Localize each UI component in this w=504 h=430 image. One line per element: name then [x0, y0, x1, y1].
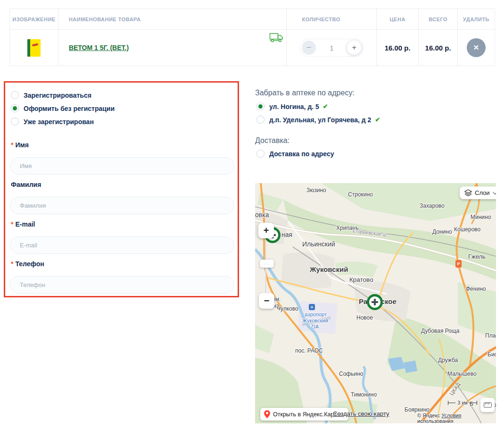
cart-table: ИЗОБРАЖЕНИЕ НАИМЕНОВАНИЕ ТОВАРА КОЛИЧЕСТ… [9, 8, 495, 66]
quantity-stepper: − 1 + [299, 39, 364, 57]
check-icon: ✔ [323, 103, 328, 110]
cart-header-row: ИЗОБРАЖЕНИЕ НАИМЕНОВАНИЕ ТОВАРА КОЛИЧЕСТ… [10, 9, 495, 30]
close-icon: ✕ [473, 43, 479, 52]
delivery-option-row: Доставка по адресу [256, 150, 334, 158]
product-name-cell: ВЕТОМ 1 5Г. (ВЕТ.) [58, 30, 287, 66]
layers-button[interactable]: Слои [460, 186, 496, 199]
pharmacy-marker-ramenskoye[interactable] [367, 294, 383, 310]
item-total: 16.00 р. [425, 44, 451, 52]
surname-input[interactable] [10, 197, 234, 214]
ruler-icon [484, 402, 492, 408]
quantity-value: 1 [330, 44, 333, 52]
zoom-out-button[interactable]: − [259, 293, 274, 309]
map-label: Кратово [349, 276, 373, 283]
total-cell: 16.00 р. [419, 30, 458, 66]
pickup-address-2-label[interactable]: д.п. Удельная, ул Горячева, д 2 [269, 116, 371, 124]
register-radio-label[interactable]: Зарегистрироваться [24, 92, 91, 99]
already-registered-radio[interactable] [11, 118, 19, 126]
name-input[interactable] [10, 157, 234, 175]
pickup-option-row: ул. Ногина, д. 5 ✔ [256, 102, 328, 110]
quantity-increase-button[interactable]: + [347, 41, 361, 55]
already-registered-option-row: Уже зарегистрирован [11, 118, 94, 126]
check-icon: ✔ [375, 116, 380, 123]
no-register-option-row: Оформить без регистрации [11, 104, 115, 112]
product-image-cell [10, 30, 58, 66]
scale-label: 3 км [455, 400, 470, 405]
map-label: Донино [432, 228, 452, 235]
required-asterisk: * [11, 260, 13, 268]
yandex-map[interactable]: Зюзино Строкино Захарово Минино овка Хри… [255, 183, 496, 423]
map-label: Тимонино [351, 391, 377, 398]
map-label: Гжель [468, 253, 486, 260]
remove-cell: ✕ [458, 30, 495, 66]
map-label: Софьино [339, 371, 363, 377]
map-pin-icon [264, 410, 270, 418]
customer-form-panel: Зарегистрироваться Оформить без регистра… [4, 81, 239, 297]
airport-icon: ✈ [309, 304, 315, 310]
email-input[interactable] [10, 236, 234, 254]
open-in-yandex-maps-label: Открыть в Яндекс.Картах [273, 411, 343, 418]
zoom-in-button[interactable]: + [258, 223, 274, 238]
map-label: овка [255, 211, 269, 219]
product-link[interactable]: ВЕТОМ 1 5Г. (ВЕТ.) [69, 44, 129, 51]
name-field-label: *Имя [11, 141, 29, 149]
cart-item-row: ВЕТОМ 1 5Г. (ВЕТ.) − 1 + 16.00 р. [10, 30, 495, 66]
pickup-address-2-radio[interactable] [256, 116, 264, 124]
no-register-radio[interactable] [11, 104, 19, 112]
pickup-option-row: д.п. Удельная, ул Горячева, д 2 ✔ [256, 116, 380, 124]
map-label: аэропорт [305, 312, 327, 317]
ruler-button[interactable] [480, 398, 495, 412]
layers-icon [464, 189, 472, 196]
map-label: Минино [471, 214, 491, 220]
map-label: Кошерово [454, 226, 480, 233]
col-header-remove: УДАЛИТЬ [458, 9, 495, 29]
delivery-section-title: Доставка: [255, 136, 289, 145]
map-label: Бисер [487, 351, 496, 358]
map-label: Дубовая Роща [421, 328, 460, 334]
delivery-truck-icon [269, 32, 283, 45]
map-label: Фенино [466, 286, 486, 292]
chevron-down-icon [493, 190, 496, 194]
col-header-image: ИЗОБРАЖЕНИЕ [10, 9, 58, 29]
map-scale-bar: 3 км [448, 400, 477, 405]
copyright-text: © Яндекс [417, 413, 440, 418]
required-asterisk: * [11, 141, 13, 149]
surname-field-label: Фамилия [11, 181, 41, 188]
pickup-address-1-radio[interactable] [256, 102, 264, 110]
product-thumbnail[interactable] [27, 39, 41, 57]
map-label: Новое [356, 314, 373, 321]
map-label: Дружба [438, 357, 458, 363]
register-radio[interactable] [11, 91, 19, 99]
layers-button-label: Слои [475, 189, 490, 196]
map-label: Захарово [420, 202, 445, 209]
email-field-label: *E-mail [11, 220, 35, 228]
no-register-radio-label[interactable]: Оформить без регистрации [24, 105, 115, 112]
col-header-total: ВСЕГО [419, 9, 458, 29]
delivery-address-label[interactable]: Доставка по адресу [269, 150, 334, 158]
zoom-slider-handle[interactable]: :::: [260, 260, 274, 268]
item-price: 16.00 р. [385, 44, 411, 52]
phone-input[interactable] [10, 276, 234, 294]
map-copyright: © Яндекс Условия использования [417, 413, 496, 423]
train-station-icon: Р [455, 260, 462, 268]
map-label: ная [281, 231, 292, 238]
map-label: Пласки [485, 332, 496, 339]
delivery-address-radio[interactable] [256, 150, 264, 158]
create-your-map-link[interactable]: Создать свою карту [333, 410, 389, 417]
map-label: Жуковский [302, 318, 328, 323]
already-registered-radio-label[interactable]: Уже зарегистрирован [24, 118, 94, 126]
required-asterisk: * [11, 220, 13, 228]
pickup-address-1-label[interactable]: ул. Ногина, д. 5 [269, 103, 319, 110]
remove-item-button[interactable]: ✕ [467, 38, 486, 57]
phone-field-label: *Телефон [11, 260, 44, 268]
map-label: Бояркино [405, 406, 430, 413]
pickup-section-title: Забрать в аптеке по адресу: [255, 89, 355, 97]
map-label: Малышево [447, 371, 477, 377]
map-label: Жуковский [310, 265, 348, 273]
map-label: Зюзино [306, 187, 326, 194]
price-cell: 16.00 р. [377, 30, 419, 66]
register-option-row: Зарегистрироваться [11, 91, 91, 99]
quantity-decrease-button[interactable]: − [302, 41, 316, 55]
map-label: ZIA [311, 324, 319, 329]
col-header-quantity: КОЛИЧЕСТВО [287, 9, 377, 29]
